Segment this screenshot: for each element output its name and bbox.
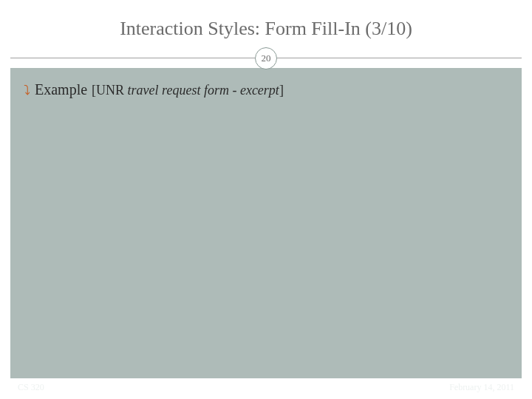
page-number-badge: 20: [255, 47, 277, 69]
slide-title: Interaction Styles: Form Fill-In (3/10): [0, 0, 532, 40]
slide: Interaction Styles: Form Fill-In (3/10) …: [0, 0, 532, 399]
page-number: 20: [262, 52, 271, 64]
footer-date: February 14, 2011: [449, 382, 514, 393]
footer-course: CS 320: [18, 382, 44, 393]
bullet-item: ⤵ Example [UNR travel request form - exc…: [10, 68, 522, 98]
bullet-icon: ⤵: [24, 83, 30, 97]
detail-italic: travel request form - excerpt: [128, 83, 279, 98]
detail-suffix: ]: [279, 83, 284, 98]
bullet-label: Example: [35, 81, 87, 98]
body-area: ⤵ Example [UNR travel request form - exc…: [10, 68, 522, 378]
bullet-detail: [UNR travel request form - excerpt]: [92, 83, 284, 98]
detail-prefix: [UNR: [92, 83, 128, 98]
